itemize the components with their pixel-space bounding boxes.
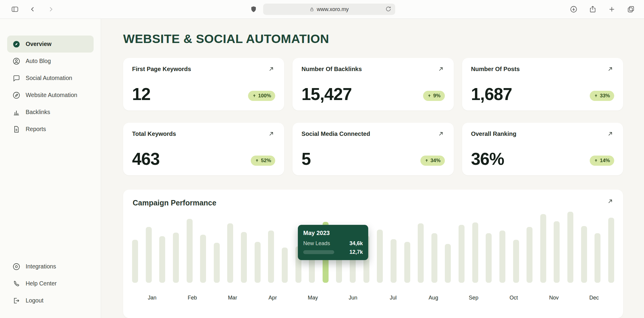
downloads-icon[interactable] xyxy=(569,4,578,14)
page-title: WEBSITE & SOCIAL AUTOMATION xyxy=(123,32,623,46)
bar[interactable] xyxy=(377,230,383,283)
sidebar-item-integrations[interactable]: Integrations xyxy=(7,258,94,275)
bar[interactable] xyxy=(241,232,247,283)
stat-card-number-of-posts: Number Of Posts 1,687 33% xyxy=(462,58,623,110)
month-label: Dec xyxy=(574,295,614,301)
sidebar-toggle-icon[interactable] xyxy=(10,4,20,14)
chart-bars xyxy=(132,211,614,283)
bar[interactable] xyxy=(404,242,410,283)
bar[interactable] xyxy=(486,233,492,283)
bar[interactable] xyxy=(581,226,587,283)
bar[interactable] xyxy=(459,225,465,283)
forward-button[interactable] xyxy=(46,4,55,14)
bar[interactable] xyxy=(227,223,233,283)
bar[interactable] xyxy=(255,242,261,283)
chat-icon xyxy=(12,74,20,82)
chart-months: JanFebMarAprMayJunJulAugSepOctNovDec xyxy=(132,295,614,301)
expand-arrow-icon[interactable] xyxy=(438,130,445,138)
stat-card-total-keywords: Total Keywords 463 52% xyxy=(123,123,284,175)
sidebar-item-reports[interactable]: Reports xyxy=(7,121,94,138)
back-button[interactable] xyxy=(28,4,38,14)
bar[interactable] xyxy=(595,233,600,283)
stat-card-number-of-backlinks: Number Of Backlinks 15,427 9% xyxy=(292,58,453,110)
sidebar-item-website-automation[interactable]: Website Automation xyxy=(7,87,94,104)
bar[interactable] xyxy=(554,221,560,283)
bar[interactable] xyxy=(567,212,573,283)
sidebar-item-auto-blog[interactable]: Auto Blog xyxy=(7,53,94,70)
sidebar-item-label: Help Center xyxy=(26,280,57,287)
sidebar-item-logout[interactable]: Logout xyxy=(7,292,94,309)
expand-arrow-icon[interactable] xyxy=(607,198,614,205)
expand-arrow-icon[interactable] xyxy=(268,66,275,73)
month-label: Feb xyxy=(172,295,213,301)
logout-icon xyxy=(12,297,20,305)
bar[interactable] xyxy=(499,231,505,283)
change-badge: 9% xyxy=(423,91,445,101)
stats-grid: First Page Keywords 12 100% Number Of Ba… xyxy=(123,58,623,175)
stat-value: 463 xyxy=(132,150,160,168)
privacy-shield-icon[interactable] xyxy=(249,4,258,14)
compass-icon xyxy=(12,40,20,48)
sidebar-item-help-center[interactable]: Help Center xyxy=(7,275,94,292)
tab-overview-icon[interactable] xyxy=(626,4,636,14)
bar-chart-icon xyxy=(12,108,20,116)
bar[interactable] xyxy=(418,223,424,283)
bar[interactable] xyxy=(391,239,397,283)
stat-label: Social Media Connected xyxy=(301,130,370,137)
bar[interactable] xyxy=(187,219,193,283)
bar[interactable] xyxy=(214,243,220,283)
arrow-up-icon xyxy=(594,159,598,163)
month-label: Nov xyxy=(534,295,574,301)
sidebar-item-label: Overview xyxy=(26,41,52,47)
month-label: Mar xyxy=(213,295,253,301)
bar[interactable] xyxy=(159,236,165,283)
new-tab-icon[interactable] xyxy=(607,4,617,14)
arrow-up-icon xyxy=(427,94,431,98)
user-icon xyxy=(12,57,20,65)
stat-value: 15,427 xyxy=(301,86,352,103)
bar[interactable] xyxy=(472,222,478,283)
sidebar-item-label: Social Automation xyxy=(26,75,72,82)
bar[interactable] xyxy=(513,240,519,283)
sidebar-item-backlinks[interactable]: Backlinks xyxy=(7,104,94,121)
month-label: Jun xyxy=(333,295,373,301)
month-label: Jan xyxy=(132,295,172,301)
sidebar-item-social-automation[interactable]: Social Automation xyxy=(7,70,94,87)
address-bar[interactable]: www.xoro.my xyxy=(263,4,395,15)
tooltip-secondary-value: 12,7k xyxy=(349,249,363,255)
sidebar-item-label: Website Automation xyxy=(26,92,77,99)
bar[interactable] xyxy=(173,233,179,283)
integrations-icon xyxy=(12,262,20,271)
expand-arrow-icon[interactable] xyxy=(607,66,614,73)
share-icon[interactable] xyxy=(588,4,597,14)
bar[interactable] xyxy=(445,244,451,283)
bar[interactable] xyxy=(146,227,152,283)
bar[interactable] xyxy=(268,231,274,283)
sidebar-item-label: Backlinks xyxy=(26,109,50,116)
sidebar: Overview Auto Blog Social Automation Web… xyxy=(0,19,101,318)
stat-label: Number Of Backlinks xyxy=(301,66,362,73)
change-badge: 14% xyxy=(590,156,614,166)
stat-label: Total Keywords xyxy=(132,130,176,137)
refresh-icon[interactable] xyxy=(385,6,392,13)
bar[interactable] xyxy=(282,248,288,283)
expand-arrow-icon[interactable] xyxy=(438,66,445,73)
month-label: May xyxy=(293,295,333,301)
bar[interactable] xyxy=(527,227,532,283)
stat-card-overall-ranking: Overall Ranking 36% 14% xyxy=(462,123,623,175)
stat-value: 12 xyxy=(132,86,150,103)
stat-card-first-page-keywords: First Page Keywords 12 100% xyxy=(123,58,284,110)
expand-arrow-icon[interactable] xyxy=(268,130,275,138)
bar[interactable] xyxy=(132,240,138,283)
bar[interactable] xyxy=(608,218,614,283)
stat-value: 5 xyxy=(301,150,311,168)
sidebar-item-overview[interactable]: Overview xyxy=(7,36,94,53)
expand-arrow-icon[interactable] xyxy=(607,130,614,138)
bar[interactable] xyxy=(200,235,206,283)
month-label: Aug xyxy=(413,295,453,301)
arrow-up-icon xyxy=(255,159,259,163)
bar[interactable] xyxy=(540,214,546,283)
document-icon xyxy=(12,125,20,133)
bar[interactable] xyxy=(431,233,437,283)
url-text: www.xoro.my xyxy=(317,6,349,13)
